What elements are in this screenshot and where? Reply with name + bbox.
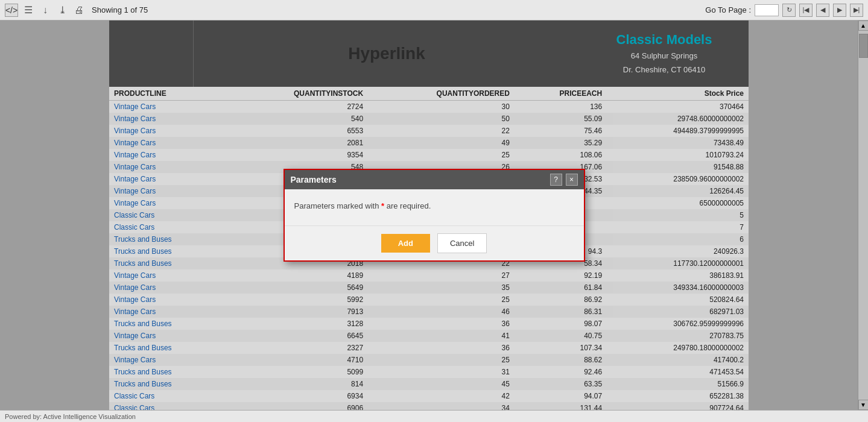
- add-button[interactable]: Add: [381, 234, 430, 253]
- required-prefix: Parameters marked with: [294, 201, 382, 210]
- cancel-button[interactable]: Cancel: [437, 233, 487, 253]
- footer: Powered by: Active Intelligence Visualiz…: [0, 410, 868, 422]
- prev-page-btn[interactable]: ◀: [816, 4, 829, 17]
- print-icon[interactable]: 🖨: [72, 4, 86, 17]
- download-icon[interactable]: ↓: [39, 4, 52, 17]
- required-suffix: are required.: [384, 201, 431, 210]
- dialog-title: Parameters: [291, 175, 337, 184]
- download2-icon[interactable]: ⤓: [55, 4, 69, 17]
- dialog-titlebar-buttons: ? ×: [550, 174, 578, 186]
- powered-by-text: Powered by: Active Intelligence Visualiz…: [5, 413, 136, 420]
- code-icon[interactable]: </>: [5, 4, 18, 17]
- toolbar: </> ☰ ↓ ⤓ 🖨 Showing 1 of 75 Go To Page :…: [0, 0, 868, 20]
- dialog-close-button[interactable]: ×: [566, 174, 578, 186]
- showing-text: Showing 1 of 75: [92, 5, 148, 14]
- goto-label: Go To Page :: [705, 5, 751, 14]
- refresh-btn[interactable]: ↻: [782, 4, 796, 17]
- dialog-body: Parameters marked with * are required.: [285, 189, 584, 225]
- first-page-btn[interactable]: |◀: [799, 4, 813, 17]
- dialog-required-message: Parameters marked with * are required.: [294, 201, 431, 210]
- modal-overlay: Parameters ? × Parameters marked with * …: [0, 20, 868, 410]
- next-page-btn[interactable]: ▶: [833, 4, 846, 17]
- dialog-titlebar: Parameters ? ×: [285, 170, 584, 189]
- dialog-footer: Add Cancel: [285, 225, 584, 260]
- last-page-btn[interactable]: ▶|: [850, 4, 863, 17]
- main-content: Hyperlink Classic Models 64 Sulphur Spri…: [0, 20, 868, 410]
- dialog-help-button[interactable]: ?: [550, 174, 562, 186]
- goto-input[interactable]: [755, 4, 779, 16]
- parameters-dialog: Parameters ? × Parameters marked with * …: [284, 169, 585, 262]
- list-icon[interactable]: ☰: [22, 4, 35, 17]
